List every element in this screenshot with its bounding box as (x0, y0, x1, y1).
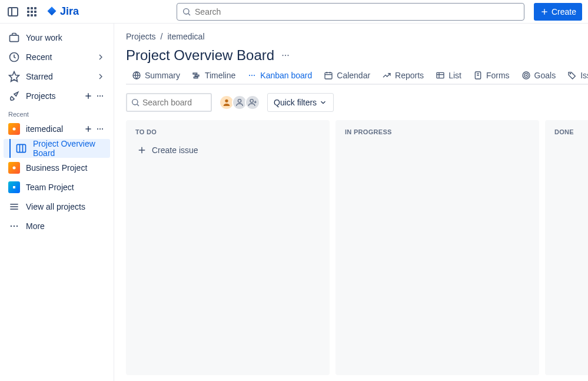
project-icon (8, 162, 20, 174)
filter-bar: Quick filters (126, 85, 588, 120)
search-icon (131, 98, 140, 107)
top-bar: Jira Create (0, 0, 588, 24)
board-search-input[interactable] (142, 98, 207, 107)
globe-icon (132, 71, 141, 80)
main-content: Projects / itemedical Project Overview B… (114, 24, 588, 381)
svg-point-39 (16, 226, 18, 227)
create-button[interactable]: Create (534, 3, 582, 21)
tab-calendar[interactable]: Calendar (318, 67, 376, 84)
svg-point-32 (13, 167, 16, 170)
calendar-icon (324, 71, 333, 80)
add-assignee-button[interactable] (245, 95, 260, 110)
column-header[interactable]: DONE (545, 120, 588, 141)
project-more-button[interactable] (95, 124, 105, 134)
svg-rect-45 (193, 73, 197, 74)
tab-timeline[interactable]: Timeline (186, 67, 241, 84)
sidebar-item-label: Recent (26, 52, 90, 62)
assignee-filter[interactable] (219, 95, 260, 110)
sidebar-item-label: itemedical (26, 124, 77, 134)
chevron-right-icon (96, 52, 105, 62)
breadcrumb-projects[interactable]: Projects (126, 32, 156, 41)
plus-icon (540, 7, 549, 16)
page-title-more-button[interactable] (280, 50, 291, 61)
sidebar-toggle-icon[interactable] (6, 5, 20, 19)
svg-rect-3 (31, 7, 33, 9)
svg-line-12 (188, 14, 190, 15)
tab-issues[interactable]: Issues (562, 67, 588, 84)
svg-point-28 (102, 128, 103, 130)
create-issue-label: Create issue (152, 145, 198, 155)
breadcrumb: Projects / itemedical (126, 32, 588, 41)
svg-point-70 (225, 100, 228, 102)
sidebar-item-label: More (26, 221, 105, 231)
sidebar-project-team[interactable]: Team Project (4, 178, 110, 197)
plus-icon (84, 91, 93, 101)
svg-point-23 (13, 128, 16, 131)
sidebar-project-itemedical[interactable]: itemedical (4, 120, 110, 138)
global-search[interactable] (177, 3, 524, 21)
column-header[interactable]: TO DO (126, 120, 330, 141)
sidebar-more[interactable]: More (4, 217, 110, 236)
forms-icon (473, 71, 483, 80)
project-add-button[interactable] (83, 124, 94, 134)
more-icon (247, 71, 257, 80)
chevron-right-icon (96, 72, 105, 81)
svg-point-20 (97, 95, 98, 97)
sidebar-item-recent[interactable]: Recent (4, 48, 110, 67)
svg-rect-33 (13, 186, 15, 188)
column-header[interactable]: IN PROGRESS (335, 120, 539, 141)
tab-kanban-board[interactable]: Kanban board (241, 67, 318, 84)
more-icon (95, 124, 105, 134)
sidebar-item-starred[interactable]: Starred (4, 67, 110, 86)
page-title: Project Overview Board (126, 47, 274, 64)
svg-rect-10 (34, 14, 36, 16)
plus-icon (137, 145, 147, 155)
tab-forms[interactable]: Forms (467, 67, 516, 84)
more-icon (8, 220, 20, 232)
svg-rect-51 (325, 72, 332, 79)
breadcrumb-project-name[interactable]: itemedical (167, 32, 204, 41)
sidebar-board-project-overview[interactable]: Project Overview Board (4, 139, 110, 158)
sidebar-view-all-projects[interactable]: View all projects (4, 197, 110, 216)
person-plus-icon (248, 98, 257, 107)
svg-point-63 (526, 75, 526, 75)
quick-filters-label: Quick filters (274, 98, 317, 107)
star-icon (8, 71, 20, 82)
sidebar-section-recent: Recent (4, 106, 110, 119)
svg-rect-0 (8, 8, 18, 16)
breadcrumb-separator: / (161, 32, 163, 41)
sidebar-item-label: Project Overview Board (33, 139, 105, 158)
sidebar-item-label: Your work (26, 33, 105, 42)
create-issue-button[interactable]: Create issue (129, 141, 326, 159)
global-search-input[interactable] (195, 7, 519, 16)
tab-reports[interactable]: Reports (376, 67, 430, 84)
sidebar-item-your-work[interactable]: Your work (4, 28, 110, 47)
sidebar-project-business[interactable]: Business Project (4, 158, 110, 177)
svg-rect-15 (10, 35, 19, 42)
svg-point-22 (102, 95, 103, 97)
sidebar-item-projects[interactable]: Projects (4, 87, 110, 105)
tab-label: Timeline (205, 71, 235, 80)
tab-label: Issues (580, 71, 588, 80)
jira-logo[interactable]: Jira (46, 5, 79, 18)
svg-rect-8 (27, 14, 29, 16)
svg-line-69 (137, 104, 139, 106)
app-switcher-icon[interactable] (25, 5, 39, 19)
projects-more-button[interactable] (95, 91, 105, 101)
board-column-in-progress: IN PROGRESS (335, 120, 539, 375)
more-icon (95, 91, 105, 101)
svg-point-64 (570, 73, 571, 74)
quick-filters-dropdown[interactable]: Quick filters (267, 93, 334, 112)
plus-icon (84, 124, 93, 134)
svg-point-41 (285, 55, 286, 56)
svg-point-37 (11, 226, 12, 227)
svg-point-68 (132, 100, 138, 105)
tab-goals[interactable]: Goals (516, 67, 562, 84)
tab-label: Goals (534, 71, 556, 80)
board-search[interactable] (126, 93, 212, 112)
chart-icon (382, 71, 391, 80)
add-project-button[interactable] (83, 91, 94, 101)
tab-list[interactable]: List (430, 67, 467, 84)
tab-label: Summary (145, 71, 180, 80)
tab-summary[interactable]: Summary (126, 67, 186, 84)
